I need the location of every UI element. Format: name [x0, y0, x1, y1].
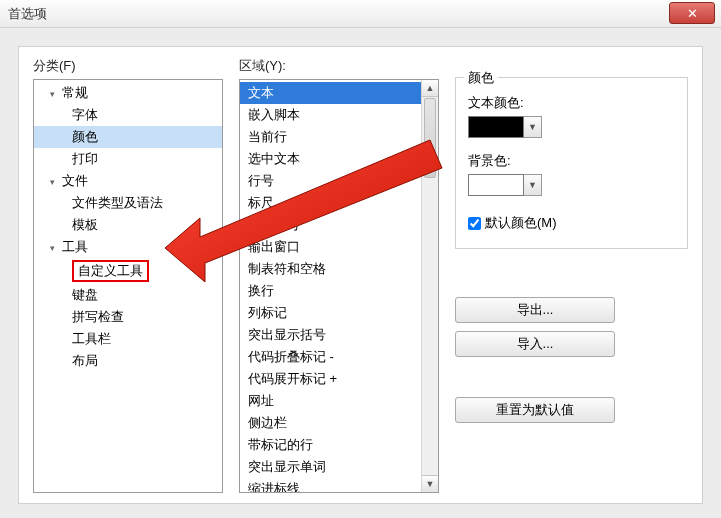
content-panel: 分类(F) 常规字体颜色打印文件文件类型及语法模板工具自定义工具键盘拼写检查工具…	[18, 46, 703, 504]
region-list[interactable]: 文本嵌入脚本当前行选中文本行号标尺光标符号输出窗口制表符和空格换行列标记突出显示…	[239, 79, 439, 493]
bg-color-label: 背景色:	[468, 152, 675, 170]
region-item[interactable]: 代码展开标记 +	[240, 368, 421, 390]
category-item[interactable]: 模板	[34, 214, 222, 236]
scroll-thumb[interactable]	[424, 98, 436, 178]
region-item[interactable]: 选中文本	[240, 148, 421, 170]
bg-color-well[interactable]	[468, 174, 524, 196]
region-item[interactable]: 侧边栏	[240, 412, 421, 434]
region-item[interactable]: 列标记	[240, 302, 421, 324]
default-color-checkbox-row[interactable]: 默认颜色(M)	[468, 214, 675, 232]
category-item[interactable]: 颜色	[34, 126, 222, 148]
category-item[interactable]: 键盘	[34, 284, 222, 306]
text-color-dropdown[interactable]: ▼	[524, 116, 542, 138]
region-item[interactable]: 缩进标线	[240, 478, 421, 493]
region-item[interactable]: 代码折叠标记 -	[240, 346, 421, 368]
text-color-well[interactable]	[468, 116, 524, 138]
close-button[interactable]: ✕	[669, 2, 715, 24]
bg-color-dropdown[interactable]: ▼	[524, 174, 542, 196]
highlighted-category: 自定义工具	[72, 260, 149, 282]
category-item[interactable]: 布局	[34, 350, 222, 372]
category-item[interactable]: 打印	[34, 148, 222, 170]
window-title: 首选项	[8, 5, 47, 23]
default-color-checkbox[interactable]	[468, 217, 481, 230]
category-item[interactable]: 工具	[34, 236, 222, 258]
category-item[interactable]: 字体	[34, 104, 222, 126]
category-item[interactable]: 文件类型及语法	[34, 192, 222, 214]
region-item[interactable]: 文本	[240, 82, 421, 104]
color-group: 颜色 文本颜色: ▼ 背景色: ▼ 默认颜色(M)	[455, 77, 688, 249]
region-item[interactable]: 突出显示单词	[240, 456, 421, 478]
category-item[interactable]: 拼写检查	[34, 306, 222, 328]
region-item[interactable]: 当前行	[240, 126, 421, 148]
import-button[interactable]: 导入...	[455, 331, 615, 357]
scroll-down-icon[interactable]: ▼	[422, 475, 438, 492]
category-item[interactable]: 自定义工具	[34, 258, 222, 284]
close-icon: ✕	[687, 7, 698, 20]
export-button[interactable]: 导出...	[455, 297, 615, 323]
category-label: 分类(F)	[33, 57, 223, 75]
scroll-up-icon[interactable]: ▲	[422, 80, 438, 97]
default-color-label: 默认颜色(M)	[485, 214, 557, 232]
region-label: 区域(Y):	[239, 57, 439, 75]
region-item[interactable]: 突出显示括号	[240, 324, 421, 346]
region-item[interactable]: 输出窗口	[240, 236, 421, 258]
region-item[interactable]: 换行	[240, 280, 421, 302]
category-tree[interactable]: 常规字体颜色打印文件文件类型及语法模板工具自定义工具键盘拼写检查工具栏布局	[33, 79, 223, 493]
region-item[interactable]: 光标符号	[240, 214, 421, 236]
region-item[interactable]: 制表符和空格	[240, 258, 421, 280]
region-item[interactable]: 行号	[240, 170, 421, 192]
category-item[interactable]: 工具栏	[34, 328, 222, 350]
region-scrollbar[interactable]: ▲ ▼	[421, 80, 438, 492]
titlebar: 首选项 ✕	[0, 0, 721, 28]
category-item[interactable]: 文件	[34, 170, 222, 192]
region-item[interactable]: 嵌入脚本	[240, 104, 421, 126]
reset-button[interactable]: 重置为默认值	[455, 397, 615, 423]
region-item[interactable]: 带标记的行	[240, 434, 421, 456]
region-item[interactable]: 网址	[240, 390, 421, 412]
category-item[interactable]: 常规	[34, 82, 222, 104]
text-color-label: 文本颜色:	[468, 94, 675, 112]
region-item[interactable]: 标尺	[240, 192, 421, 214]
color-group-label: 颜色	[464, 69, 498, 87]
